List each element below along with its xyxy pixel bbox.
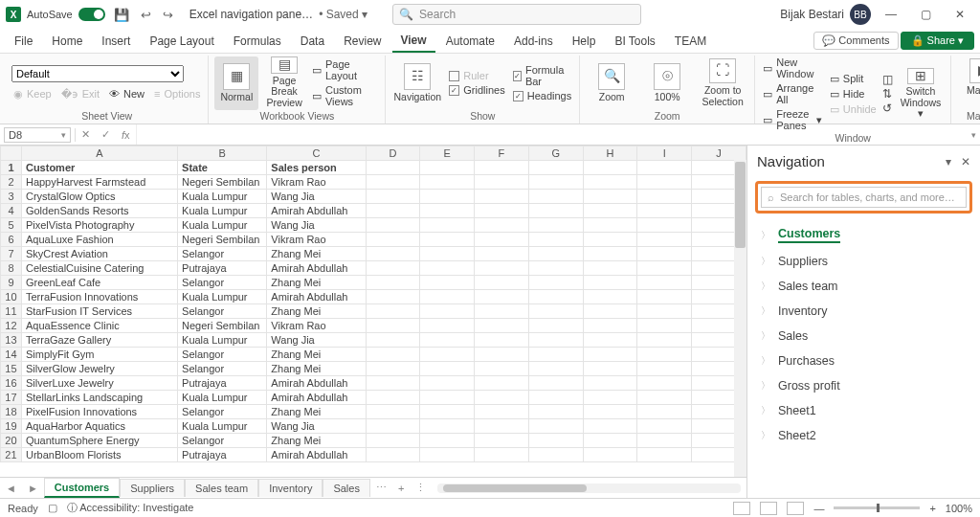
cell-A16[interactable]: SilverLuxe Jewelry: [21, 376, 177, 391]
cell-D4[interactable]: [366, 204, 420, 218]
cell-H2[interactable]: [583, 175, 637, 190]
nav-item-sheet2[interactable]: 〉Sheet2: [747, 423, 980, 448]
zoom-slider[interactable]: [834, 506, 920, 509]
cell-D8[interactable]: [366, 261, 420, 276]
enter-icon[interactable]: ✓: [96, 128, 116, 141]
row-header-5[interactable]: 5: [1, 218, 22, 233]
cell-A14[interactable]: SimplyFit Gym: [21, 348, 177, 362]
row-header-9[interactable]: 9: [1, 276, 22, 290]
cell-F10[interactable]: [475, 290, 529, 304]
formula-input[interactable]: [136, 124, 968, 145]
cell-G19[interactable]: [528, 419, 583, 434]
view-break-icon[interactable]: [787, 502, 804, 515]
exit-button[interactable]: �϶ Exit: [59, 87, 101, 101]
cell-B13[interactable]: Kuala Lumpur: [178, 333, 267, 348]
cell-D15[interactable]: [366, 362, 420, 376]
headings-check[interactable]: ✓Headings: [511, 89, 573, 102]
cell-G14[interactable]: [528, 348, 583, 362]
col-header-C[interactable]: C: [267, 146, 366, 161]
cell-F1[interactable]: [475, 161, 529, 175]
gridlines-check[interactable]: ✓Gridlines: [447, 83, 506, 97]
cell-F7[interactable]: [475, 247, 529, 261]
zoom-level[interactable]: 100%: [946, 503, 972, 514]
cell-A21[interactable]: UrbanBloom Florists: [21, 448, 177, 462]
macros-button[interactable]: ▶Macros ▾: [957, 56, 980, 110]
keep-button[interactable]: ◉ Keep: [11, 87, 54, 101]
cell-E21[interactable]: [420, 448, 475, 462]
tell-me-search[interactable]: 🔍 Search: [392, 4, 641, 25]
sheet-add[interactable]: +: [392, 483, 410, 494]
cell-A7[interactable]: SkyCrest Aviation: [21, 247, 177, 261]
cell-H9[interactable]: [583, 276, 637, 290]
cell-F17[interactable]: [475, 391, 529, 405]
cell-F3[interactable]: [475, 190, 529, 204]
nav-item-purchases[interactable]: 〉Purchases: [747, 348, 980, 373]
window-minimize[interactable]: —: [877, 8, 905, 21]
user-name[interactable]: Bijak Bestari: [780, 8, 844, 21]
navpane-options-icon[interactable]: ▾: [946, 155, 951, 169]
window-close[interactable]: ✕: [946, 8, 974, 21]
cell-I18[interactable]: [637, 405, 692, 419]
cell-G16[interactable]: [528, 376, 583, 391]
cell-C5[interactable]: Wang Jia: [267, 218, 366, 233]
cell-I20[interactable]: [637, 434, 692, 448]
cell-I21[interactable]: [637, 448, 692, 462]
qat-redo-icon[interactable]: ↪: [160, 8, 176, 22]
cell-I17[interactable]: [637, 391, 692, 405]
tab-view[interactable]: View: [392, 30, 435, 53]
cell-G21[interactable]: [528, 448, 583, 462]
normal-view-button[interactable]: ▦Normal: [214, 56, 258, 110]
document-name[interactable]: Excel navigation pane…: [189, 8, 313, 21]
col-header-E[interactable]: E: [420, 146, 475, 161]
sheet-prev[interactable]: ◄: [0, 483, 22, 494]
horizontal-scrollbar[interactable]: [437, 483, 741, 493]
tab-file[interactable]: File: [6, 31, 41, 52]
cell-I16[interactable]: [637, 376, 692, 391]
comments-button[interactable]: 💬 Comments: [813, 32, 898, 50]
cell-C3[interactable]: Wang Jia: [267, 190, 366, 204]
cell-E12[interactable]: [420, 319, 475, 333]
sheet-tab-sales-team[interactable]: Sales team: [185, 479, 258, 497]
cell-D5[interactable]: [366, 218, 420, 233]
cell-F4[interactable]: [475, 204, 529, 218]
cell-C13[interactable]: Wang Jia: [267, 333, 366, 348]
cell-B15[interactable]: Selangor: [178, 362, 267, 376]
cell-B4[interactable]: Kuala Lumpur: [178, 204, 267, 218]
sheet-more[interactable]: ⋯: [370, 482, 392, 494]
cell-E14[interactable]: [420, 348, 475, 362]
cell-F9[interactable]: [475, 276, 529, 290]
cell-H15[interactable]: [583, 362, 637, 376]
cell-B9[interactable]: Selangor: [178, 276, 267, 290]
cell-A4[interactable]: GoldenSands Resorts: [21, 204, 177, 218]
col-header-J[interactable]: J: [692, 146, 746, 161]
row-header-1[interactable]: 1: [1, 161, 22, 175]
cell-B3[interactable]: Kuala Lumpur: [178, 190, 267, 204]
sheet-tab-inventory[interactable]: Inventory: [258, 479, 323, 497]
tab-bi-tools[interactable]: BI Tools: [606, 31, 663, 52]
cell-B17[interactable]: Kuala Lumpur: [178, 391, 267, 405]
row-header-20[interactable]: 20: [1, 434, 22, 448]
cell-C19[interactable]: Wang Jia: [267, 419, 366, 434]
cell-H8[interactable]: [583, 261, 637, 276]
cell-C12[interactable]: Vikram Rao: [267, 319, 366, 333]
cell-H12[interactable]: [583, 319, 637, 333]
col-header-D[interactable]: D: [366, 146, 420, 161]
cell-H1[interactable]: [583, 161, 637, 175]
sheet-next[interactable]: ►: [22, 483, 44, 494]
cell-D6[interactable]: [366, 233, 420, 247]
nav-item-inventory[interactable]: 〉Inventory: [747, 299, 980, 324]
cell-G4[interactable]: [528, 204, 583, 218]
cell-G12[interactable]: [528, 319, 583, 333]
nav-item-sheet1[interactable]: 〉Sheet1: [747, 398, 980, 423]
autosave-toggle[interactable]: [78, 8, 105, 21]
hide-button[interactable]: ▭ Hide: [828, 87, 879, 101]
cell-G11[interactable]: [528, 304, 583, 319]
cell-A11[interactable]: StarFusion IT Services: [21, 304, 177, 319]
cell-F6[interactable]: [475, 233, 529, 247]
cell-D19[interactable]: [366, 419, 420, 434]
arrange-all-button[interactable]: ▭ Arrange All: [761, 81, 824, 106]
cell-D9[interactable]: [366, 276, 420, 290]
cell-H14[interactable]: [583, 348, 637, 362]
cell-B16[interactable]: Putrajaya: [178, 376, 267, 391]
avatar[interactable]: BB: [850, 4, 871, 25]
